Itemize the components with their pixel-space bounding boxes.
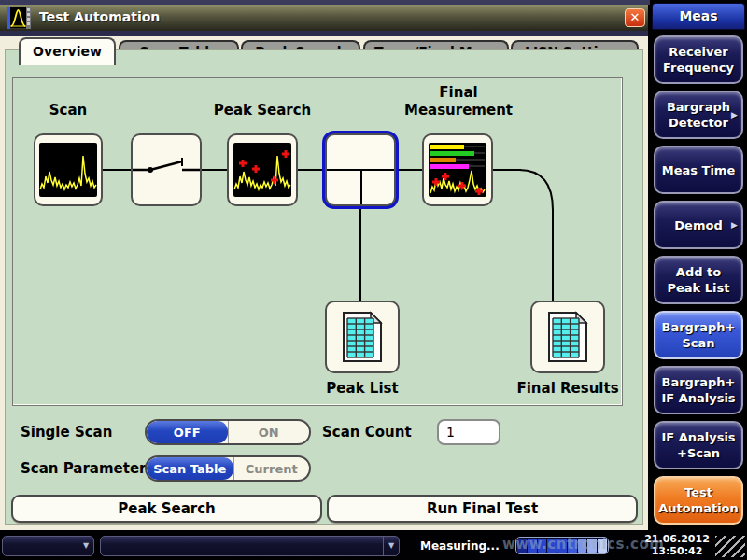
peak-list-node[interactable]	[325, 301, 400, 373]
single-scan-off[interactable]: OFF	[147, 421, 228, 443]
dialog-title: Test Automation	[39, 9, 160, 24]
tab-overview[interactable]: Overview	[19, 37, 116, 65]
softkey-meas-time[interactable]: Meas Time	[654, 146, 743, 194]
scan-parameter-current[interactable]: Current	[233, 457, 309, 480]
close-button[interactable]: ✕	[625, 8, 645, 27]
instrument-screen: Test Automation ✕ Overview Scan Table Pe…	[0, 0, 747, 560]
peak-search-label: Peak Search	[197, 102, 328, 119]
softkey-bargraph-if-analysis[interactable]: Bargraph+ IF Analysis	[654, 366, 743, 414]
single-scan-toggle: OFF ON	[145, 419, 311, 445]
single-scan-on[interactable]: ON	[228, 421, 310, 443]
junction-node-selected[interactable]	[325, 133, 396, 206]
flow-wire-to-final-results	[552, 209, 554, 301]
scan-label: Scan	[21, 102, 115, 119]
peak-list-document-icon	[342, 311, 383, 363]
softkey-bargraph-detector[interactable]: Bargraph Detector ▶	[654, 91, 743, 139]
softkey-bargraph-scan[interactable]: Bargraph+ Scan	[654, 311, 743, 359]
final-results-document-icon	[547, 311, 588, 363]
peak-search-node[interactable]	[227, 133, 298, 206]
dropdown-arrow-icon[interactable]: ▼	[383, 537, 399, 555]
final-measurement-icon	[429, 143, 486, 197]
resize-grip-icon	[715, 536, 745, 557]
scan-count-input[interactable]: 1	[437, 419, 500, 445]
status-bar: ▼ ▼ Measuring... 21.06.2012 13:50:42	[0, 530, 747, 560]
final-measurement-node[interactable]	[422, 133, 493, 206]
softkey-test-automation[interactable]: Test Automation	[654, 476, 743, 525]
test-automation-dialog: Test Automation ✕ Overview Scan Table Pe…	[0, 5, 648, 530]
single-scan-label: Single Scan	[21, 424, 112, 441]
measurement-progress-bar	[515, 537, 609, 554]
final-results-label: Final Results	[502, 380, 633, 398]
status-dropdown-1[interactable]: ▼	[2, 536, 94, 556]
peak-list-label: Peak List	[316, 380, 409, 398]
flow-corner-wire	[519, 168, 555, 211]
titlebar-shadow	[0, 31, 648, 36]
softkey-receiver-frequency[interactable]: Receiver Frequency	[654, 35, 743, 84]
switch-node[interactable]	[131, 133, 202, 206]
measuring-status: Measuring...	[420, 539, 500, 553]
date-time: 21.06.2012 13:50:42	[637, 533, 717, 557]
softkey-menu: Meas Receiver Frequency Bargraph Detecto…	[650, 0, 747, 560]
date: 21.06.2012	[637, 533, 717, 545]
scan-parameter-toggle: Scan Table Current	[145, 455, 311, 482]
scan-count-label: Scan Count	[322, 424, 412, 441]
softkey-if-analysis-scan[interactable]: IF Analysis +Scan	[654, 421, 743, 469]
dropdown-arrow-icon[interactable]: ▼	[78, 537, 93, 555]
final-measurement-label: Final Measurement	[383, 84, 534, 119]
run-final-test-button[interactable]: Run Final Test	[327, 495, 638, 523]
final-results-node[interactable]	[530, 301, 605, 373]
status-dropdown-2[interactable]: ▼	[100, 536, 400, 556]
submenu-arrow-icon: ▶	[731, 217, 738, 233]
time: 13:50:42	[637, 545, 717, 557]
menu-header: Meas	[652, 3, 745, 30]
spectrum-app-icon	[7, 7, 31, 29]
peak-search-trace-icon	[233, 143, 291, 197]
peak-search-button[interactable]: Peak Search	[11, 495, 322, 523]
scan-parameter-scan-table[interactable]: Scan Table	[147, 457, 233, 480]
scan-trace-icon	[39, 143, 97, 197]
submenu-arrow-icon: ▶	[731, 107, 738, 123]
open-switch-icon	[133, 135, 200, 204]
dialog-titlebar: Test Automation ✕	[0, 5, 648, 31]
softkey-demod[interactable]: Demod ▶	[654, 201, 743, 249]
scan-parameter-label: Scan Parameter	[21, 460, 147, 477]
scan-node[interactable]	[34, 133, 103, 206]
softkey-add-to-peak-list[interactable]: Add to Peak List	[654, 256, 743, 304]
